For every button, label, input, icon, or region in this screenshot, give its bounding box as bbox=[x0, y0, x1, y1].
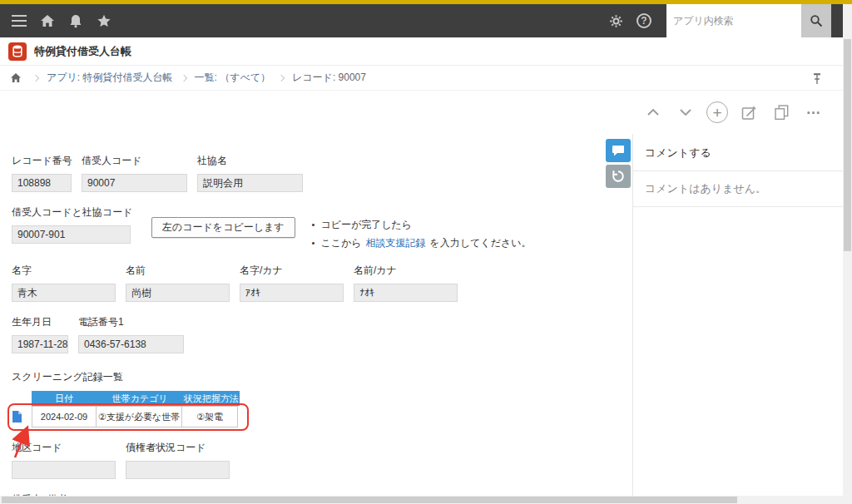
field-value: 0436-57-6138 bbox=[78, 335, 184, 353]
note-line: • ここから 相談支援記録 を入力してください。 bbox=[304, 234, 532, 252]
field-shakyo-name: 社協名 説明会用 bbox=[197, 154, 303, 192]
record-content: レコード番号 108898 借受人コード 90007 社協名 説明会用 借受人コ… bbox=[0, 134, 852, 496]
edit-record-icon[interactable] bbox=[737, 101, 760, 124]
field-label: 借受人コードと社協コード bbox=[12, 205, 131, 220]
note-text: を入力してください。 bbox=[430, 234, 532, 252]
screening-cell: ②架電 bbox=[181, 406, 238, 427]
field-label: 社協名 bbox=[197, 154, 303, 168]
help-icon[interactable]: ? bbox=[630, 4, 658, 37]
screening-header-spacer bbox=[12, 391, 32, 406]
comment-panel: コメントする コメントはありません。 bbox=[632, 134, 852, 496]
breadcrumb: アプリ: 特例貸付借受人台帳 一覧: （すべて） レコード: 90007 bbox=[0, 66, 852, 91]
previous-record-icon[interactable] bbox=[641, 101, 665, 124]
comment-header[interactable]: コメントする bbox=[633, 134, 852, 171]
field-birth-date: 生年月日 1987-11-28 bbox=[12, 315, 68, 353]
global-header: ? bbox=[0, 4, 852, 37]
field-borrower-code: 借受人コード 90007 bbox=[82, 154, 187, 192]
more-options-icon[interactable]: … bbox=[802, 101, 825, 124]
field-value bbox=[126, 461, 230, 479]
field-last-name: 名字 青木 bbox=[12, 264, 116, 302]
comment-empty-message: コメントはありません。 bbox=[633, 171, 852, 207]
bullet-icon: • bbox=[312, 235, 315, 251]
field-value: ﾅｵｷ bbox=[354, 284, 458, 302]
field-value: 108898 bbox=[12, 174, 72, 192]
settings-gear-icon[interactable] bbox=[602, 4, 630, 37]
history-tab[interactable] bbox=[606, 165, 631, 188]
breadcrumb-home-icon[interactable] bbox=[10, 72, 22, 83]
speech-bubble-icon bbox=[612, 145, 625, 157]
screening-section: スクリーニング記録一覧 日付 世帯カテゴリ 状況把握方法 2024-02-09 … bbox=[12, 370, 632, 427]
field-label: 名前/カナ bbox=[354, 264, 458, 278]
bullet-icon: • bbox=[312, 216, 315, 233]
field-first-name: 名前 尚樹 bbox=[126, 264, 230, 302]
field-value: 尚樹 bbox=[126, 284, 230, 302]
field-row: 借受人コードと社協コード 90007-901 左のコードをコピーします • コピ… bbox=[12, 205, 632, 252]
field-combined-code: 借受人コードと社協コード 90007-901 bbox=[12, 205, 131, 244]
field-value: ｱｵｷ bbox=[240, 284, 344, 302]
breadcrumb-list-link[interactable]: 一覧: （すべて） bbox=[195, 71, 271, 85]
field-label: 名字 bbox=[12, 264, 116, 278]
in-app-search bbox=[666, 4, 831, 37]
hamburger-menu-icon[interactable] bbox=[5, 4, 33, 37]
field-row: レコード番号 108898 借受人コード 90007 社協名 説明会用 bbox=[12, 154, 632, 192]
app-database-icon[interactable] bbox=[8, 42, 27, 61]
field-district-code: 地区コード bbox=[12, 441, 116, 479]
field-value: 説明会用 bbox=[197, 174, 303, 192]
field-label: 名字/カナ bbox=[240, 264, 344, 278]
help-glyph: ? bbox=[637, 13, 651, 28]
screening-header-row: 日付 世帯カテゴリ 状況把握方法 bbox=[12, 391, 245, 406]
field-row: 名字 青木 名前 尚樹 名字/カナ ｱｵｷ 名前/カナ ﾅｵｷ bbox=[12, 264, 632, 302]
field-label: 地区コード bbox=[12, 441, 116, 455]
breadcrumb-separator-icon bbox=[278, 74, 285, 81]
field-value: 青木 bbox=[12, 284, 116, 302]
home-icon[interactable] bbox=[33, 4, 62, 37]
consultation-record-link[interactable]: 相談支援記録 bbox=[366, 234, 426, 252]
field-record-number: レコード番号 108898 bbox=[12, 154, 72, 192]
field-creditor-status-code: 債権者状況コード bbox=[126, 441, 230, 479]
breadcrumb-separator-icon bbox=[32, 74, 39, 81]
field-label: 名前 bbox=[126, 264, 230, 278]
breadcrumb-record-label: レコード: 90007 bbox=[292, 71, 366, 85]
open-record-icon[interactable] bbox=[12, 406, 32, 427]
search-input[interactable] bbox=[666, 4, 801, 37]
app-header-bar: 特例貸付借受人台帳 bbox=[0, 37, 852, 66]
comments-tab[interactable] bbox=[606, 139, 631, 162]
instruction-notes: • コピーが完了したら • ここから 相談支援記録 を入力してください。 bbox=[304, 215, 532, 252]
copy-code-button[interactable]: 左のコードをコピーします bbox=[151, 217, 295, 238]
duplicate-record-icon[interactable] bbox=[770, 101, 793, 124]
field-value: 90007-901 bbox=[12, 225, 131, 244]
field-label: 債権者状況コード bbox=[126, 441, 230, 455]
horizontal-scrollbar[interactable] bbox=[0, 496, 843, 504]
field-row: 生年月日 1987-11-28 電話番号1 0436-57-6138 bbox=[12, 315, 632, 353]
pin-icon[interactable] bbox=[812, 72, 822, 87]
next-record-icon[interactable] bbox=[674, 101, 697, 124]
field-value: 1987-11-28 bbox=[12, 335, 68, 353]
field-label: 借受人コード bbox=[82, 154, 187, 168]
search-button[interactable] bbox=[801, 4, 831, 37]
screening-label: スクリーニング記録一覧 bbox=[12, 370, 632, 384]
field-value bbox=[12, 461, 116, 479]
vertical-scrollbar[interactable] bbox=[843, 4, 852, 504]
screening-data-row: 2024-02-09 ②支援が必要な世帯 ②架電 bbox=[12, 406, 245, 427]
breadcrumb-separator-icon bbox=[180, 74, 186, 81]
field-phone1: 電話番号1 0436-57-6138 bbox=[78, 315, 184, 353]
note-line: • コピーが完了したら bbox=[304, 215, 532, 234]
record-form: レコード番号 108898 借受人コード 90007 社協名 説明会用 借受人コ… bbox=[0, 134, 632, 496]
field-first-name-kana: 名前/カナ ﾅｵｷ bbox=[354, 264, 458, 302]
search-icon bbox=[810, 14, 823, 27]
screening-col-header: 日付 bbox=[32, 391, 97, 406]
add-record-icon[interactable]: + bbox=[706, 101, 728, 123]
note-text: コピーが完了したら bbox=[320, 215, 412, 234]
notifications-bell-icon[interactable] bbox=[62, 4, 90, 37]
field-label: 生年月日 bbox=[12, 315, 68, 329]
app-title[interactable]: 特例貸付借受人台帳 bbox=[34, 44, 131, 59]
favorites-star-icon[interactable] bbox=[90, 4, 118, 37]
history-refresh-icon bbox=[612, 170, 625, 183]
note-text: ここから bbox=[320, 234, 361, 252]
breadcrumb-app-link[interactable]: アプリ: 特例貸付借受人台帳 bbox=[47, 71, 173, 85]
record-toolbar: + … bbox=[0, 91, 852, 134]
field-row: 地区コード 債権者状況コード bbox=[12, 441, 632, 479]
field-value: 90007 bbox=[82, 174, 187, 192]
horizontal-scrollbar-thumb[interactable] bbox=[2, 497, 737, 503]
vertical-scrollbar-thumb[interactable] bbox=[844, 39, 851, 251]
